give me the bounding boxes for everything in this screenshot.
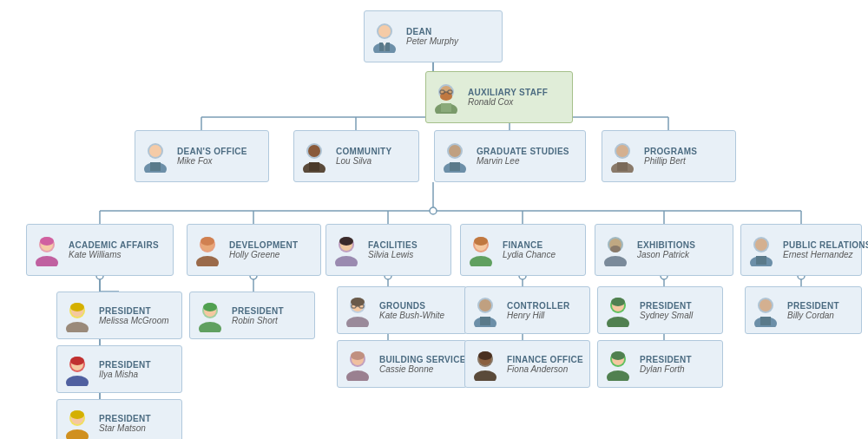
exhibitions-name: Jason Patrick — [637, 250, 689, 259]
president4-avatar — [61, 407, 94, 440]
president5-name: Sydney Small — [640, 311, 693, 320]
facilities-name: Silvia Lewis — [368, 250, 413, 259]
svg-point-121 — [611, 298, 625, 306]
facilities-node: FACILITIES Silvia Lewis — [326, 224, 451, 276]
graduate-name: Marvin Lee — [477, 156, 519, 166]
svg-point-61 — [149, 145, 161, 157]
academic-node: ACADEMIC AFFAIRS Kate Williams — [26, 224, 174, 276]
svg-rect-118 — [480, 317, 490, 325]
dean-info: DEAN Peter Murphy — [406, 27, 458, 46]
academic-avatar — [30, 233, 63, 266]
president1-info: PRESIDENT Melissa McGroom — [99, 306, 169, 325]
auxiliary-node: AUXILIARY STAFF Ronald Cox — [425, 71, 573, 123]
president2-name: Robin Short — [232, 316, 278, 325]
public-relations-info: PUBLIC RELATIONS Ernest Hernandez — [783, 240, 868, 259]
graduate-avatar — [438, 140, 471, 173]
svg-point-107 — [199, 322, 221, 332]
president4-info: PRESIDENT Star Matson — [99, 414, 151, 433]
president7-node: PRESIDENT Dylan Forth — [597, 340, 723, 388]
president7-title: PRESIDENT — [640, 355, 692, 364]
auxiliary-info: AUXILIARY STAFF Ronald Cox — [468, 88, 548, 107]
development-avatar — [191, 233, 224, 266]
auxiliary-title: AUXILIARY STAFF — [468, 88, 548, 97]
svg-point-116 — [479, 299, 491, 311]
deans-office-title: DEAN'S OFFICE — [177, 147, 247, 156]
building-node: BUILDING SERVICES Cassie Bonne — [337, 340, 467, 388]
programs-title: PROGRAMS — [644, 147, 697, 156]
svg-point-142 — [607, 370, 629, 381]
svg-point-146 — [66, 429, 89, 440]
president6-info: PRESIDENT Billy Cordan — [787, 301, 839, 320]
dean-title: DEAN — [406, 27, 432, 36]
community-name: Lou Silva — [336, 156, 372, 166]
facilities-info: FACILITIES Silvia Lewis — [368, 240, 418, 259]
president7-name: Dylan Forth — [640, 364, 685, 374]
svg-point-95 — [604, 256, 627, 266]
president4-title: PRESIDENT — [99, 414, 151, 423]
exhibitions-info: EXHIBITIONS Jason Patrick — [637, 240, 695, 259]
svg-point-145 — [70, 410, 84, 419]
building-title: BUILDING SERVICES — [379, 355, 472, 364]
president2-info: PRESIDENT Robin Short — [232, 306, 284, 325]
building-name: Cassie Bonne — [379, 364, 433, 374]
development-node: DEVELOPMENT Holly Greene — [187, 224, 321, 276]
community-avatar — [298, 140, 331, 173]
president6-title: PRESIDENT — [787, 301, 839, 311]
president6-avatar — [749, 294, 782, 327]
dean-avatar — [368, 20, 401, 53]
svg-point-124 — [760, 299, 772, 311]
deans-office-node: DEAN'S OFFICE Mike Fox — [135, 130, 269, 182]
finance-office-node: FINANCE OFFICE Fiona Anderson — [464, 340, 590, 388]
auxiliary-avatar — [430, 81, 463, 114]
svg-rect-71 — [450, 162, 460, 171]
public-relations-title: PUBLIC RELATIONS — [783, 240, 868, 250]
graduate-title: GRADUATE STUDIES — [477, 147, 569, 156]
deans-office-info: DEAN'S OFFICE Mike Fox — [177, 147, 247, 166]
svg-rect-63 — [150, 162, 161, 171]
facilities-avatar — [330, 233, 363, 266]
finance-name: Lydia Chance — [503, 250, 556, 259]
grounds-title: GROUNDS — [379, 301, 425, 311]
svg-point-48 — [378, 25, 391, 37]
svg-point-133 — [351, 351, 365, 360]
president3-name: Ilya Misha — [99, 370, 138, 379]
auxiliary-name: Ronald Cox — [468, 97, 513, 107]
president7-avatar — [602, 348, 635, 381]
programs-node: PROGRAMS Phillip Bert — [602, 130, 736, 182]
president3-node: PRESIDENT Ilya Misha — [56, 345, 182, 393]
president4-node: PRESIDENT Star Matson — [56, 399, 182, 439]
svg-point-141 — [611, 351, 625, 360]
finance-office-info: FINANCE OFFICE Fiona Anderson — [507, 355, 583, 374]
public-relations-node: PUBLIC RELATIONS Ernest Hernandez — [740, 224, 862, 276]
president5-avatar — [602, 294, 635, 327]
exhibitions-title: EXHIBITIONS — [637, 240, 695, 250]
finance-info: FINANCE Lydia Chance — [503, 240, 556, 259]
president5-title: PRESIDENT — [640, 301, 692, 311]
dean-node: DEAN Peter Murphy — [364, 10, 503, 62]
svg-point-94 — [610, 246, 621, 252]
svg-point-79 — [36, 256, 58, 266]
facilities-title: FACILITIES — [368, 240, 418, 250]
svg-point-78 — [40, 237, 54, 246]
president6-node: PRESIDENT Billy Cordan — [745, 286, 862, 334]
exhibitions-avatar — [599, 233, 632, 266]
deans-office-avatar — [139, 140, 172, 173]
svg-rect-67 — [309, 162, 319, 171]
finance-avatar — [464, 233, 497, 266]
finance-office-avatar — [469, 348, 502, 381]
president2-avatar — [194, 299, 227, 332]
grounds-info: GROUNDS Kate Bush-White — [379, 301, 444, 320]
president1-avatar — [61, 299, 94, 332]
svg-point-65 — [308, 145, 320, 157]
svg-point-137 — [478, 351, 492, 360]
controller-title: CONTROLLER — [507, 301, 569, 311]
svg-point-90 — [474, 237, 488, 246]
academic-name: Kate Williams — [69, 250, 121, 259]
president4-name: Star Matson — [99, 423, 146, 433]
svg-rect-99 — [756, 256, 766, 265]
grounds-node: GROUNDS Kate Bush-White — [337, 286, 467, 334]
svg-point-91 — [470, 256, 492, 266]
graduate-node: GRADUATE STUDIES Marvin Lee — [434, 130, 586, 182]
graduate-info: GRADUATE STUDIES Marvin Lee — [477, 147, 569, 166]
svg-point-87 — [335, 256, 358, 266]
